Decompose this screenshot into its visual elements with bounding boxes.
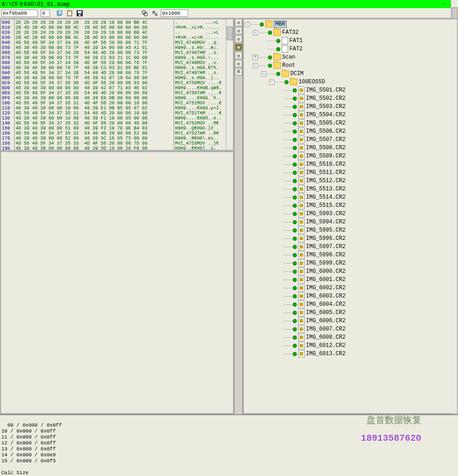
status-dot (293, 237, 297, 241)
tree-node[interactable]: IMG_5515.CR2 (245, 201, 456, 210)
tree-node[interactable]: IMG_5508.CR2 (245, 144, 456, 152)
image-file-icon (298, 194, 305, 201)
status-dot (293, 88, 297, 92)
paste-icon[interactable] (65, 9, 74, 17)
tree-node[interactable]: −Root (245, 61, 456, 70)
hex-bytes[interactable]: 2E 20 20 20 20 20 20 20 20 20 20 10 00 0… (15, 19, 174, 150)
save-icon[interactable] (76, 9, 84, 17)
tree-node[interactable]: IMG_5513.CR2 (245, 185, 456, 193)
status-dot (268, 31, 272, 35)
status-dot (293, 130, 297, 134)
tree-node[interactable]: FAT2 (245, 45, 456, 53)
tree-node[interactable]: −100EOS5D (245, 78, 456, 86)
status-dot (293, 97, 297, 101)
scrollbar[interactable] (226, 19, 233, 150)
sidebar-tool-5[interactable]: ◎ (235, 60, 242, 67)
tree-node[interactable]: IMG_6003.CR2 (245, 292, 456, 300)
tree-label: IMG_5993.CR2 (306, 211, 345, 217)
offset-input[interactable] (1, 10, 38, 17)
tree-node[interactable]: −DCIM (245, 70, 456, 78)
size-input[interactable] (161, 10, 188, 17)
tree-node[interactable]: IMG_5997.CR2 (245, 243, 456, 251)
svg-rect-3 (68, 12, 71, 15)
tree-label: IMG_5512.CR2 (306, 178, 345, 184)
status-dot (268, 55, 272, 60)
tree-node[interactable]: IMG_5507.CR2 (245, 135, 456, 144)
image-file-icon (298, 292, 305, 300)
tree-node[interactable]: IMG_6006.CR2 (245, 317, 456, 325)
file-icon (282, 37, 288, 44)
minimize-button[interactable]: - (440, 1, 448, 7)
value-input[interactable] (41, 10, 50, 17)
tree-node[interactable]: +Scan (245, 53, 456, 61)
status-dot (276, 72, 280, 76)
tree-node[interactable]: IMG_6007.CR2 (245, 325, 456, 333)
tree-node[interactable]: IMG_5505.CR2 (245, 119, 456, 127)
tree-node[interactable]: IMG_5995.CR2 (245, 226, 456, 234)
watermark-phone: 18913587620 (361, 435, 421, 441)
tree-node[interactable]: IMG_6004.CR2 (245, 300, 456, 308)
tree-label: IMG_5515.CR2 (306, 202, 345, 209)
hex-panel: 000 010 020 030 040 050 060 070 080 090 … (0, 18, 234, 414)
sidebar-tool-1[interactable]: ◎ (235, 27, 242, 34)
tree-node[interactable]: −MBR (245, 20, 456, 28)
tree-node[interactable]: IMG_5504.CR2 (245, 111, 456, 119)
tree-label: IMG_5995.CR2 (306, 227, 345, 233)
tools-icon[interactable] (151, 9, 159, 17)
copy-icon[interactable] (55, 9, 64, 17)
sidebar-tool-0[interactable]: ◎ (235, 19, 242, 26)
tree-node[interactable]: IMG_5999.CR2 (245, 259, 456, 267)
search-icon[interactable] (141, 9, 149, 17)
tree-panel[interactable]: −MBR−FAT32FAT1FAT2+Scan−Root−DCIM−100EOS… (243, 19, 458, 414)
tree-label: IMG_5501.CR2 (306, 87, 345, 93)
sidebar-tool-6[interactable]: B (235, 68, 242, 76)
tree-node[interactable]: IMG_6012.CR2 (245, 341, 456, 350)
status-dot (293, 327, 297, 331)
tree-node[interactable]: IMG_5998.CR2 (245, 251, 456, 259)
tree-node[interactable]: IMG_5510.CR2 (245, 160, 456, 168)
expand-icon[interactable]: + (253, 55, 258, 60)
folder-icon (273, 54, 281, 60)
tree-node[interactable]: FAT1 (245, 37, 456, 45)
tree-label: IMG_5998.CR2 (306, 252, 345, 258)
tree-node[interactable]: IMG_5509.CR2 (245, 152, 456, 160)
tree-node[interactable]: IMG_6002.CR2 (245, 284, 456, 292)
log-panel[interactable]: 09 / 0x000 / 0x0ff 10 / 0x000 / 0x0ff 11… (0, 414, 458, 476)
hex-ascii[interactable]: . ...»L +M+M..»L+M...... .. ...»L +M+M..… (174, 19, 233, 150)
tree-node[interactable]: IMG_5501.CR2 (245, 86, 456, 94)
tree-node[interactable]: IMG_6000.CR2 (245, 267, 456, 276)
tree-node[interactable]: IMG_5993.CR2 (245, 210, 456, 218)
tree-node[interactable]: IMG_5503.CR2 (245, 103, 456, 111)
status-dot (268, 64, 272, 68)
expand-icon[interactable]: − (245, 22, 250, 27)
tree-node[interactable]: IMG_6001.CR2 (245, 276, 456, 284)
expand-icon[interactable]: − (269, 80, 274, 85)
tree-node[interactable]: IMG_5511.CR2 (245, 168, 456, 177)
folder-icon (282, 70, 289, 77)
sidebar-tool-3[interactable]: ◉ (235, 43, 242, 51)
sidebar-tool-2[interactable]: ◎ (235, 35, 242, 43)
expand-icon[interactable]: − (253, 63, 258, 68)
tree-node[interactable]: −FAT32 (245, 28, 456, 37)
folder-icon (273, 62, 281, 69)
image-file-icon (298, 103, 305, 110)
tree-node[interactable]: IMG_5994.CR2 (245, 218, 456, 226)
status-dot (293, 319, 297, 323)
sidebar-tool-4[interactable]: ◎ (235, 52, 242, 59)
tree-label: IMG_5511.CR2 (306, 169, 345, 176)
tree-node[interactable]: IMG_6013.CR2 (245, 350, 456, 358)
tree-node[interactable]: IMG_5512.CR2 (245, 177, 456, 185)
expand-icon[interactable]: − (253, 30, 258, 35)
image-file-icon (298, 144, 305, 151)
hex-view[interactable]: 000 010 020 030 040 050 060 070 080 090 … (0, 19, 234, 151)
tree-node[interactable]: IMG_6008.CR2 (245, 333, 456, 341)
tree-node[interactable]: IMG_6005.CR2 (245, 308, 456, 317)
tree-label: IMG_6013.CR2 (306, 351, 345, 357)
status-dot (293, 179, 297, 183)
tree-node[interactable]: IMG_5996.CR2 (245, 234, 456, 243)
tree-node[interactable]: IMG_5502.CR2 (245, 94, 456, 103)
tree-node[interactable]: IMG_5506.CR2 (245, 127, 456, 135)
tree-node[interactable]: IMG_5514.CR2 (245, 193, 456, 201)
expand-icon[interactable]: − (261, 71, 266, 76)
tree-label: IMG_5514.CR2 (306, 194, 345, 200)
